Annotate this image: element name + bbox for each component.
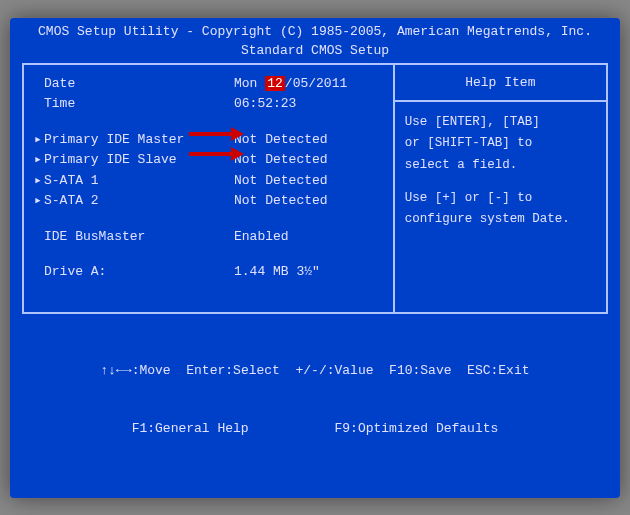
pim-label: Primary IDE Master [44,132,184,147]
footer-hints: ↑↓←→:Move Enter:Select +/-/:Value F10:Sa… [10,314,620,498]
drivea-label: Drive A: [44,264,106,279]
header-line2: Standard CMOS Setup [10,41,620,61]
row-primary-ide-master[interactable]: ▸Primary IDE Master Not Detected [34,130,383,150]
help-body: Use [ENTER], [TAB] or [SHIFT-TAB] to sel… [395,102,606,240]
pis-label: Primary IDE Slave [44,152,177,167]
triangle-icon: ▸ [34,150,44,170]
date-label: Date [44,76,75,91]
help-line: or [SHIFT-TAB] to [405,133,596,154]
row-date[interactable]: Date Mon 12/05/2011 [34,74,383,94]
sata2-value: Not Detected [234,191,383,211]
idebm-label: IDE BusMaster [44,229,145,244]
row-primary-ide-slave[interactable]: ▸Primary IDE Slave Not Detected [34,150,383,170]
help-line: configure system Date. [405,209,596,230]
date-value[interactable]: Mon 12/05/2011 [234,74,383,94]
settings-pane: Date Mon 12/05/2011 Time 06:52:23 ▸Prima… [24,65,395,312]
help-title: Help Item [395,65,606,103]
footer-line2: F1:General Help F9:Optimized Defaults [10,419,620,439]
footer-line1: ↑↓←→:Move Enter:Select +/-/:Value F10:Sa… [10,361,620,381]
sata1-label: S-ATA 1 [44,173,99,188]
row-ide-busmaster[interactable]: IDE BusMaster Enabled [34,227,383,247]
pim-value: Not Detected [234,130,383,150]
idebm-value[interactable]: Enabled [234,227,383,247]
row-sata-2[interactable]: ▸S-ATA 2 Not Detected [34,191,383,211]
triangle-icon: ▸ [34,171,44,191]
main-frame: Date Mon 12/05/2011 Time 06:52:23 ▸Prima… [22,63,608,314]
triangle-icon: ▸ [34,191,44,211]
header-line1: CMOS Setup Utility - Copyright (C) 1985-… [10,22,620,42]
drivea-value[interactable]: 1.44 MB 3½" [234,262,383,282]
sata2-label: S-ATA 2 [44,193,99,208]
help-line: select a field. [405,155,596,176]
sata1-value: Not Detected [234,171,383,191]
row-sata-1[interactable]: ▸S-ATA 1 Not Detected [34,171,383,191]
pis-value: Not Detected [234,150,383,170]
row-time[interactable]: Time 06:52:23 [34,94,383,114]
date-day-selected[interactable]: 12 [265,76,285,91]
help-line: Use [+] or [-] to [405,188,596,209]
header: CMOS Setup Utility - Copyright (C) 1985-… [10,18,620,63]
time-value[interactable]: 06:52:23 [234,94,383,114]
time-label: Time [44,96,75,111]
help-line: Use [ENTER], [TAB] [405,112,596,133]
bios-screen: CMOS Setup Utility - Copyright (C) 1985-… [10,18,620,498]
row-drive-a[interactable]: Drive A: 1.44 MB 3½" [34,262,383,282]
triangle-icon: ▸ [34,130,44,150]
help-pane: Help Item Use [ENTER], [TAB] or [SHIFT-T… [395,65,606,312]
